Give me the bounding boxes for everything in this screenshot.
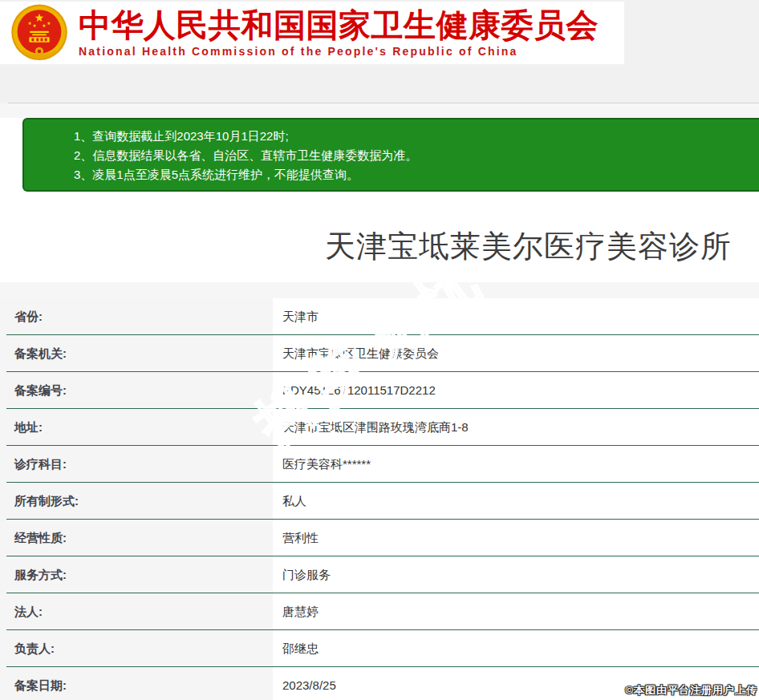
field-value: PDY45126712011517D2212 xyxy=(273,372,759,409)
table-row-business-nature: 经营性质: 营利性 xyxy=(0,520,759,556)
table-row-clinical-subjects: 诊疗科目: 医疗美容科****** xyxy=(0,446,759,483)
china-national-emblem-icon xyxy=(7,3,71,63)
field-value: 门诊服务 xyxy=(273,556,759,593)
table-row-filing-number: 备案编号: PDY45126712011517D2212 xyxy=(0,372,759,409)
site-header: 中华人民共和国国家卫生健康委员会 National Health Commiss… xyxy=(0,2,624,64)
table-row-service-mode: 服务方式: 门诊服务 xyxy=(0,556,759,593)
table-row-province: 省份: 天津市 xyxy=(0,298,759,335)
table-row-legal-person: 法人: 唐慧婷 xyxy=(0,593,759,630)
field-label: 备案编号: xyxy=(0,372,273,409)
header-title-cn: 中华人民共和国国家卫生健康委员会 xyxy=(79,6,599,43)
table-row-ownership-type: 所有制形式: 私人 xyxy=(0,483,759,520)
field-label: 诊疗科目: xyxy=(0,446,273,483)
table-row-person-in-charge: 负责人: 邵继忠 xyxy=(0,630,759,667)
title-section: 天津宝坻莱美尔医疗美容诊所 xyxy=(0,192,759,282)
notice-line-2: 2、信息数据结果以各省、自治区、直辖市卫生健康委数据为准。 xyxy=(74,146,756,165)
info-table: 省份: 天津市 备案机关: 天津市宝坻区卫生健康委员会 备案编号: PDY451… xyxy=(0,298,759,700)
field-value: 医疗美容科****** xyxy=(273,446,759,483)
field-label: 地址: xyxy=(0,409,273,446)
field-value: 天津市宝坻区津围路玫瑰湾底商1-8 xyxy=(273,409,759,446)
field-label: 法人: xyxy=(0,593,273,630)
table-row-address: 地址: 天津市宝坻区津围路玫瑰湾底商1-8 xyxy=(0,409,759,446)
upload-credit-watermark: ©本图由平台注册用户上传 xyxy=(625,683,757,698)
field-value: 天津市宝坻区卫生健康委员会 xyxy=(273,335,759,372)
notice-box: 1、查询数据截止到2023年10月1日22时; 2、信息数据结果以各省、自治区、… xyxy=(22,118,759,192)
field-value: 私人 xyxy=(273,483,759,520)
header-sub-strip xyxy=(0,103,759,118)
field-label: 负责人: xyxy=(0,630,273,667)
page-root: { "header": { "title_cn": "中华人民共和国国家卫生健康… xyxy=(0,0,759,700)
field-label: 备案机关: xyxy=(0,335,273,372)
field-value: 营利性 xyxy=(273,520,759,556)
notice-line-3: 3、凌晨1点至凌晨5点系统进行维护，不能提供查询。 xyxy=(74,165,756,184)
table-row-filing-authority: 备案机关: 天津市宝坻区卫生健康委员会 xyxy=(0,335,759,372)
field-value: 天津市 xyxy=(273,298,759,335)
notice-line-1: 1、查询数据截止到2023年10月1日22时; xyxy=(74,127,756,146)
field-value: 邵继忠 xyxy=(273,630,759,667)
field-label: 所有制形式: xyxy=(0,483,273,520)
field-label: 备案日期: xyxy=(0,667,273,700)
header-title-en: National Health Commission of the People… xyxy=(79,44,599,59)
field-label: 服务方式: xyxy=(0,556,273,593)
top-strip: 中华人民共和国国家卫生健康委员会 National Health Commiss… xyxy=(0,0,759,103)
field-label: 省份: xyxy=(0,298,273,335)
header-titles: 中华人民共和国国家卫生健康委员会 National Health Commiss… xyxy=(79,6,599,59)
spacer-band xyxy=(0,282,759,298)
field-value: 唐慧婷 xyxy=(273,593,759,630)
clinic-name-title: 天津宝坻莱美尔医疗美容诊所 xyxy=(0,192,759,264)
field-label: 经营性质: xyxy=(0,520,273,556)
